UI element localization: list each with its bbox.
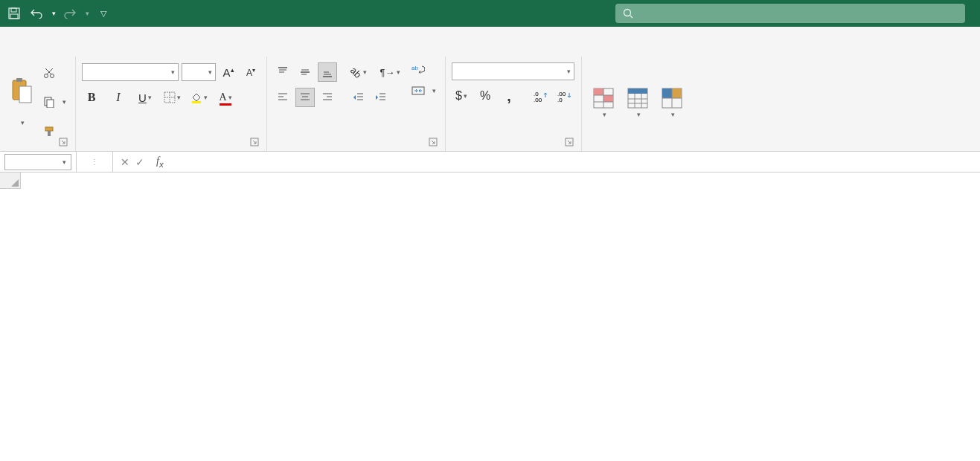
formula-input[interactable] <box>168 156 980 168</box>
svg-point-3 <box>624 10 631 16</box>
svg-rect-47 <box>412 87 424 94</box>
dialog-launcher-icon[interactable] <box>250 138 259 146</box>
svg-rect-61 <box>628 88 647 94</box>
svg-rect-20 <box>192 101 201 103</box>
group-label-number <box>452 145 575 149</box>
title-bar: ▾ ▾ ▽ <box>0 0 980 27</box>
decrease-font-button[interactable]: A▾ <box>241 62 260 82</box>
search-box[interactable] <box>615 4 965 23</box>
decrease-decimal-button[interactable]: .00.0 <box>556 86 575 106</box>
percent-button[interactable]: % <box>475 86 495 106</box>
decrease-indent-button[interactable] <box>349 88 368 107</box>
svg-rect-7 <box>19 86 31 103</box>
align-middle-button[interactable] <box>295 62 315 82</box>
scissors-icon <box>43 67 55 79</box>
customize-qat-button[interactable]: ▽ <box>95 5 112 22</box>
copy-button[interactable]: ▾ <box>40 94 69 109</box>
group-label-clipboard <box>6 145 69 149</box>
wrap-text-icon: ab <box>411 64 425 76</box>
svg-rect-67 <box>662 88 672 98</box>
svg-line-10 <box>47 68 53 74</box>
conditional-formatting-button[interactable]: ▾ <box>588 59 619 145</box>
group-alignment: ab▾ ¶→▾ ab <box>267 57 446 151</box>
svg-point-9 <box>51 74 54 77</box>
save-button[interactable] <box>6 5 22 22</box>
group-clipboard: ▾ ▾ <box>0 57 76 151</box>
increase-decimal-button[interactable]: .0.00 <box>532 86 551 106</box>
select-all-corner[interactable] <box>0 173 21 189</box>
merge-icon <box>411 85 425 97</box>
copy-icon <box>43 96 55 108</box>
svg-rect-14 <box>45 127 53 131</box>
orientation-button[interactable]: ab▾ <box>349 62 368 82</box>
format-as-table-button[interactable]: ▾ <box>622 59 653 145</box>
svg-rect-2 <box>10 14 18 19</box>
font-size-combo[interactable]: ▾ <box>182 63 216 81</box>
align-center-button[interactable] <box>295 88 315 107</box>
comma-button[interactable]: , <box>499 86 519 106</box>
enter-formula-button[interactable]: ✓ <box>135 156 144 168</box>
svg-rect-55 <box>594 88 603 95</box>
paste-button[interactable]: ▾ <box>6 59 37 145</box>
redo-button[interactable] <box>62 5 78 22</box>
dialog-launcher-icon[interactable] <box>429 138 438 146</box>
align-right-button[interactable] <box>318 88 337 107</box>
fill-color-button[interactable]: ▾ <box>189 88 208 107</box>
paintbrush-icon <box>43 126 55 138</box>
underline-button[interactable]: U▾ <box>135 88 155 107</box>
number-format-combo[interactable]: ▾ <box>452 62 574 80</box>
font-color-button[interactable]: A▾ <box>216 88 235 107</box>
formula-bar: ▾ ⋮ ✕ ✓ fx <box>0 152 980 173</box>
merge-center-button[interactable]: ▾ <box>409 83 439 98</box>
paste-icon <box>10 77 33 104</box>
redo-dropdown[interactable]: ▾ <box>86 10 89 17</box>
svg-line-4 <box>630 16 633 19</box>
search-icon <box>623 8 633 19</box>
group-number: ▾ $▾ % , .0.00 .00.0 <box>446 57 582 151</box>
undo-dropdown[interactable]: ▾ <box>52 10 56 17</box>
group-styles: ▾ ▾ ▾ <box>582 57 694 151</box>
svg-point-8 <box>45 74 48 77</box>
svg-line-11 <box>45 68 51 74</box>
svg-rect-6 <box>16 78 22 82</box>
fx-icon[interactable]: fx <box>156 155 164 169</box>
group-font: ▾ ▾ A▴ A▾ B I U▾ ▾ ▾ A▾ <box>76 57 267 151</box>
svg-rect-68 <box>672 88 682 98</box>
borders-icon <box>164 91 176 103</box>
cell-styles-button[interactable]: ▾ <box>656 59 688 145</box>
borders-button[interactable]: ▾ <box>162 88 182 107</box>
undo-button[interactable] <box>28 5 45 22</box>
align-bottom-button[interactable] <box>318 62 337 82</box>
svg-text:.0: .0 <box>557 97 563 102</box>
italic-button[interactable]: I <box>109 88 128 107</box>
svg-rect-15 <box>48 131 51 136</box>
ribbon-tabs <box>0 27 980 57</box>
svg-rect-56 <box>603 95 613 102</box>
cell-styles-icon <box>661 87 683 109</box>
align-left-button[interactable] <box>273 88 292 107</box>
cut-button[interactable] <box>40 65 69 80</box>
text-direction-button[interactable]: ¶→▾ <box>380 62 400 82</box>
accounting-format-button[interactable]: $▾ <box>452 86 471 106</box>
insert-function-extra[interactable]: ⋮ <box>91 158 98 166</box>
spreadsheet-grid[interactable] <box>0 173 980 189</box>
bold-button[interactable]: B <box>82 88 101 107</box>
dialog-launcher-icon[interactable] <box>565 138 574 146</box>
name-box[interactable]: ▾ <box>4 154 71 170</box>
increase-font-button[interactable]: A▴ <box>219 62 238 82</box>
conditional-formatting-icon <box>592 87 615 109</box>
dialog-launcher-icon[interactable] <box>59 138 68 146</box>
ribbon: ▾ ▾ ▾ <box>0 57 980 152</box>
svg-rect-13 <box>47 100 54 108</box>
svg-text:.00: .00 <box>534 97 542 102</box>
group-label-alignment <box>273 145 439 149</box>
font-name-combo[interactable]: ▾ <box>82 63 179 81</box>
cancel-formula-button[interactable]: ✕ <box>121 156 129 168</box>
svg-text:ab: ab <box>411 65 418 71</box>
search-input[interactable] <box>641 8 958 19</box>
bucket-icon <box>190 91 202 103</box>
align-top-button[interactable] <box>273 62 292 82</box>
wrap-text-button[interactable]: ab <box>409 62 439 77</box>
increase-indent-button[interactable] <box>371 88 391 107</box>
group-label-styles <box>588 145 688 149</box>
